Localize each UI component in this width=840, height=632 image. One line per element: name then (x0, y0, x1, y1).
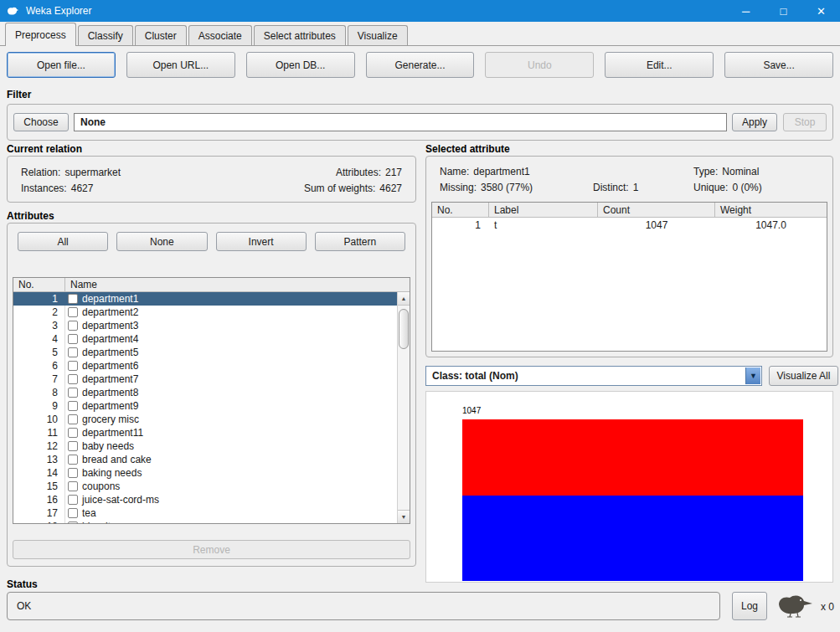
attribute-row[interactable]: 6department6 (13, 359, 397, 373)
attribute-row[interactable]: 4department4 (13, 332, 397, 346)
attr-unique-value: 0 (0%) (732, 182, 761, 193)
value-table-header-no[interactable]: No. (432, 203, 489, 217)
attribute-checkbox[interactable] (68, 388, 78, 398)
tab-associate[interactable]: Associate (188, 25, 252, 45)
value-table-row[interactable]: 1t10471047.0 (432, 218, 827, 232)
open-url-button[interactable]: Open URL... (126, 52, 235, 78)
remove-button: Remove (13, 540, 410, 559)
attribute-row[interactable]: 2department2 (13, 306, 397, 319)
tab-label: Select attributes (264, 30, 336, 42)
open-file-button[interactable]: Open file... (7, 52, 116, 78)
attribute-row[interactable]: 17tea (13, 506, 397, 520)
attribute-checkbox[interactable] (68, 481, 78, 491)
undo-button: Undo (485, 52, 594, 78)
attribute-row[interactable]: 9department9 (13, 399, 397, 413)
bar-count-label: 1047 (462, 406, 481, 415)
attribute-checkbox[interactable] (68, 361, 78, 371)
chevron-down-icon[interactable]: ▼ (745, 367, 760, 384)
attribute-row-number: 3 (13, 319, 65, 332)
choose-filter-button[interactable]: Choose (13, 113, 69, 131)
weka-app-icon (6, 4, 19, 18)
attributes-header-name[interactable]: Name (65, 278, 410, 291)
attribute-checkbox[interactable] (68, 522, 78, 523)
attribute-row[interactable]: 12baby needs (13, 439, 397, 453)
close-button[interactable]: ✕ (802, 0, 840, 22)
attribute-row[interactable]: 14baking needs (13, 466, 397, 480)
value-table-rows: 1t10471047.0 (432, 218, 827, 232)
select-none-button[interactable]: None (116, 232, 207, 251)
scroll-down-button[interactable]: ▼ (398, 510, 410, 523)
invert-selection-button[interactable]: Invert (216, 232, 307, 251)
attribute-checkbox[interactable] (68, 508, 78, 518)
value-table-header-weight[interactable]: Weight (715, 203, 827, 217)
tab-select-attributes[interactable]: Select attributes (254, 25, 346, 45)
attribute-checkbox[interactable] (68, 401, 78, 411)
select-all-button[interactable]: All (18, 232, 108, 251)
attribute-row[interactable]: 16juice-sat-cord-ms (13, 493, 397, 506)
pattern-button[interactable]: Pattern (315, 232, 405, 251)
histogram-segment-0 (462, 419, 803, 496)
attribute-row[interactable]: 5department5 (13, 346, 397, 359)
attribute-row-name-cell: department5 (65, 347, 397, 358)
attribute-checkbox[interactable] (68, 347, 78, 357)
log-button[interactable]: Log (732, 592, 767, 620)
edit-button[interactable]: Edit... (605, 52, 714, 78)
attributes-scrollbar[interactable]: ▲ ▼ (397, 292, 410, 523)
attributes-header-no[interactable]: No. (13, 278, 65, 291)
attribute-checkbox[interactable] (68, 374, 78, 384)
value-table-header-count[interactable]: Count (598, 203, 715, 217)
weka-explorer-window: Weka Explorer ─ □ ✕ Preprocess Classify … (0, 0, 840, 632)
save-button[interactable]: Save... (724, 52, 833, 78)
value-table: No. Label Count Weight 1t10471047.0 (431, 202, 827, 352)
attribute-row[interactable]: 18biscuits (13, 520, 397, 523)
attribute-row[interactable]: 13bread and cake (13, 453, 397, 466)
attribute-name: department8 (82, 387, 138, 398)
scroll-up-button[interactable]: ▲ (398, 292, 410, 306)
open-db-button[interactable]: Open DB... (246, 52, 355, 78)
tab-classify[interactable]: Classify (78, 25, 133, 45)
visualize-all-button[interactable]: Visualize All (769, 366, 838, 386)
attribute-checkbox[interactable] (68, 468, 78, 478)
attribute-row[interactable]: 15coupons (13, 480, 397, 493)
generate-button[interactable]: Generate... (366, 52, 475, 78)
attribute-name: biscuits (82, 521, 116, 523)
attribute-checkbox[interactable] (68, 441, 78, 451)
apply-filter-button[interactable]: Apply (732, 113, 777, 131)
attribute-row[interactable]: 3department3 (13, 319, 397, 332)
attribute-checkbox[interactable] (68, 455, 78, 465)
tab-preprocess[interactable]: Preprocess (5, 23, 76, 46)
minimize-button[interactable]: ─ (727, 0, 765, 22)
tab-label: Cluster (145, 30, 177, 42)
filter-field[interactable]: None (74, 113, 727, 131)
value-table-header-label[interactable]: Label (489, 203, 598, 217)
attribute-checkbox[interactable] (68, 428, 78, 438)
class-combo-value: Class: total (Nom) (432, 370, 518, 382)
attr-name-label: Name: (440, 166, 469, 177)
value-count: 1047 (598, 219, 715, 231)
stop-filter-button: Stop (783, 113, 827, 131)
maximize-icon: □ (781, 5, 787, 18)
instances-value: 4627 (71, 182, 94, 194)
attribute-row[interactable]: 11department11 (13, 426, 397, 439)
close-icon: ✕ (817, 5, 826, 18)
attribute-row[interactable]: 1department1 (13, 292, 397, 306)
attribute-name: grocery misc (82, 414, 139, 425)
attribute-row-number: 1 (13, 292, 65, 306)
attribute-checkbox[interactable] (68, 414, 78, 424)
tab-visualize[interactable]: Visualize (348, 25, 408, 45)
attribute-checkbox[interactable] (68, 307, 78, 317)
attribute-row[interactable]: 7department7 (13, 373, 397, 386)
attribute-checkbox[interactable] (68, 321, 78, 331)
sum-of-weights-label: Sum of weights: (304, 182, 375, 194)
tab-cluster[interactable]: Cluster (135, 25, 187, 45)
scrollbar-thumb[interactable] (399, 309, 409, 349)
attribute-row[interactable]: 10grocery misc (13, 413, 397, 426)
attribute-checkbox[interactable] (68, 334, 78, 344)
class-combo-box[interactable]: Class: total (Nom) ▼ (425, 366, 762, 386)
attribute-row[interactable]: 8department8 (13, 386, 397, 399)
attribute-row-number: 12 (13, 439, 65, 453)
attribute-checkbox[interactable] (68, 294, 78, 304)
attribute-row-name-cell: department2 (65, 306, 397, 318)
maximize-button[interactable]: □ (765, 0, 802, 22)
attribute-checkbox[interactable] (68, 495, 78, 505)
